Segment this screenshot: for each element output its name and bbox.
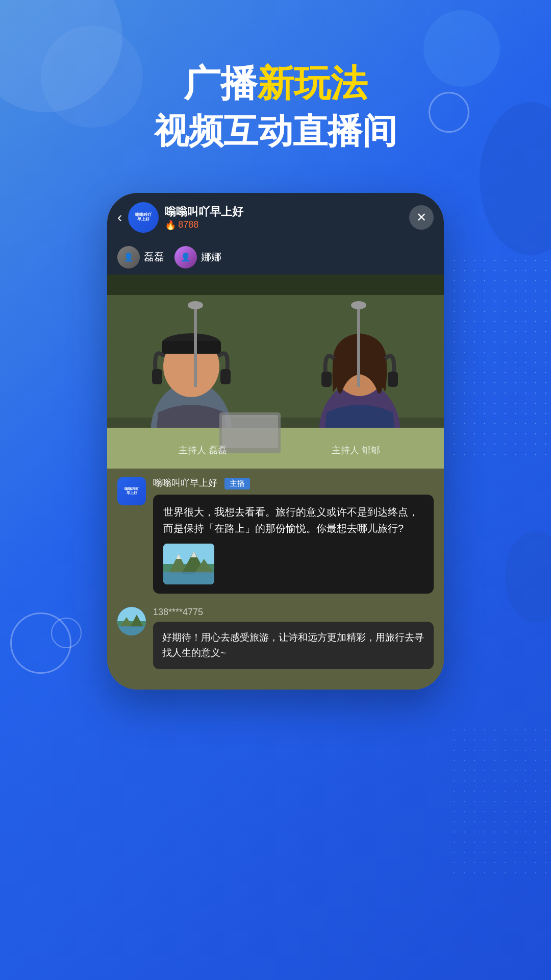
close-button[interactable]: ✕: [409, 205, 434, 230]
user-content: 138****4775 好期待！用心去感受旅游，让诗和远方更加精彩，用旅行去寻找…: [153, 607, 434, 669]
live-header: ‹ 嗡嗡叫吖 早上好 嗡嗡叫吖早上好 🔥 8788: [107, 193, 444, 242]
host-item-2: 👤 娜娜: [174, 246, 221, 268]
user-message: 138****4775 好期待！用心去感受旅游，让诗和远方更加精彩，用旅行去寻找…: [107, 599, 444, 679]
bg-dots-bottom: [449, 725, 551, 878]
svg-text:主持人  磊磊: 主持人 磊磊: [179, 445, 227, 455]
user-bubble: 好期待！用心去感受旅游，让诗和远方更加精彩，用旅行去寻找人生的意义~: [153, 622, 434, 669]
live-header-left: ‹ 嗡嗡叫吖 早上好 嗡嗡叫吖早上好 🔥 8788: [117, 202, 243, 233]
svg-rect-15: [388, 372, 398, 387]
user-text: 好期待！用心去感受旅游，让诗和远方更加精彩，用旅行去寻找人生的意义~: [162, 630, 424, 661]
svg-rect-14: [321, 372, 332, 387]
broadcaster-content: 嗡嗡叫吖早上好 主播 世界很大，我想去看看。旅行的意义或许不是到达终点，而是保持…: [153, 477, 434, 594]
title-prefix: 广播: [184, 63, 257, 104]
video-area: 主持人 磊磊 主持人 郇郇: [107, 275, 444, 469]
title-section: 广播新玩法 视频互动直播间: [0, 0, 551, 178]
station-info: 嗡嗡叫吖早上好 🔥 8788: [165, 204, 243, 231]
app-screen: ‹ 嗡嗡叫吖 早上好 嗡嗡叫吖早上好 🔥 8788: [107, 193, 444, 690]
host2-avatar: 👤: [174, 246, 197, 268]
broadcaster-bubble: 世界很大，我想去看看。旅行的意义或许不是到达终点，而是保持「在路上」的那份愉悦。…: [153, 495, 434, 594]
station-name: 嗡嗡叫吖早上好: [165, 204, 243, 219]
svg-point-17: [351, 301, 366, 309]
broadcaster-name: 嗡嗡叫吖早上好: [153, 478, 217, 488]
svg-rect-9: [220, 369, 231, 384]
broadcaster-avatar: 嗡嗡叫吖 早上好: [117, 477, 146, 505]
svg-rect-7: [162, 341, 221, 354]
svg-rect-16: [357, 305, 360, 387]
broadcaster-name-row: 嗡嗡叫吖早上好 主播: [153, 477, 434, 489]
broadcaster-msg-text: 世界很大，我想去看看。旅行的意义或许不是到达终点，而是保持「在路上」的那份愉悦。…: [163, 504, 423, 536]
travel-image: [163, 544, 214, 584]
user-name: 138****4775: [153, 607, 434, 618]
svg-rect-35: [117, 626, 146, 635]
svg-rect-10: [194, 305, 197, 387]
chat-section: 嗡嗡叫吖 早上好 嗡嗡叫吖早上好 主播 世界很大，我想去看看。旅行的意义或许不是…: [107, 469, 444, 690]
host2-name: 娜娜: [201, 250, 221, 264]
user-avatar: [117, 607, 146, 635]
svg-rect-8: [152, 369, 162, 384]
svg-rect-28: [163, 572, 214, 584]
svg-rect-3: [107, 275, 444, 295]
host-item-1: 👤 磊磊: [117, 246, 164, 268]
video-scene: 主持人 磊磊 主持人 郇郇: [107, 275, 444, 469]
zhubo-badge: 主播: [224, 478, 250, 489]
title-line1: 广播新玩法: [0, 61, 551, 105]
hosts-bar: 👤 磊磊 👤 娜娜: [107, 242, 444, 275]
back-button[interactable]: ‹: [117, 209, 122, 226]
fire-icon: 🔥: [165, 219, 176, 231]
host1-avatar: 👤: [117, 246, 140, 268]
station-avatar: 嗡嗡叫吖 早上好: [128, 202, 159, 233]
broadcaster-message: 嗡嗡叫吖 早上好 嗡嗡叫吖早上好 主播 世界很大，我想去看看。旅行的意义或许不是…: [107, 469, 444, 599]
svg-rect-20: [222, 415, 278, 448]
title-line2: 视频互动直播间: [0, 110, 551, 152]
phone-container: ‹ 嗡嗡叫吖 早上好 嗡嗡叫吖早上好 🔥 8788: [0, 193, 551, 690]
phone-frame: ‹ 嗡嗡叫吖 早上好 嗡嗡叫吖早上好 🔥 8788: [107, 193, 444, 690]
viewer-count: 🔥 8788: [165, 219, 243, 231]
title-highlight: 新玩法: [257, 63, 367, 104]
bottom-padding: [107, 679, 444, 690]
host1-name: 磊磊: [144, 250, 164, 264]
svg-text:主持人  郇郇: 主持人 郇郇: [332, 445, 380, 455]
svg-point-11: [188, 301, 203, 309]
